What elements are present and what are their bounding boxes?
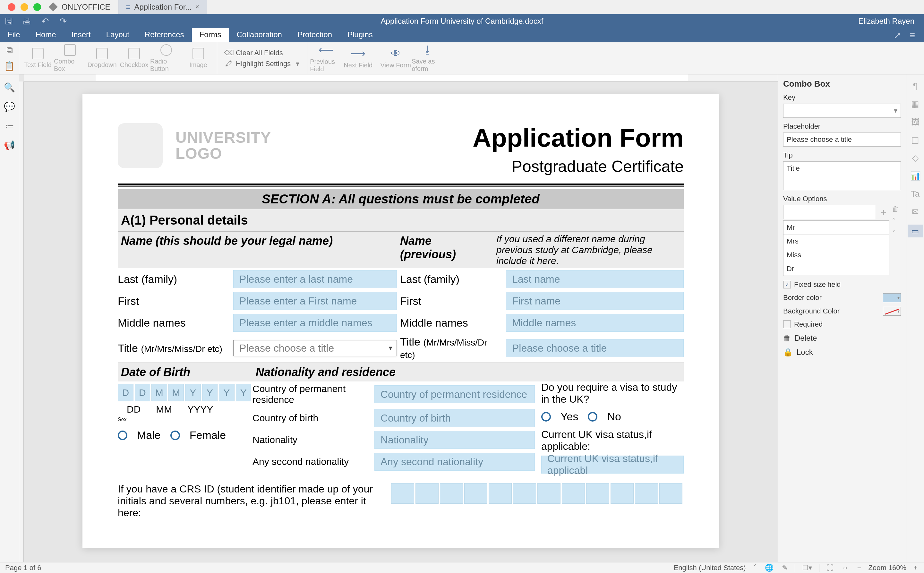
menu-protection[interactable]: Protection bbox=[290, 27, 340, 42]
input-nationality[interactable]: Nationality bbox=[374, 431, 535, 449]
zoom-out-button[interactable]: − bbox=[856, 564, 863, 572]
zoom-level[interactable]: Zoom 160% bbox=[869, 564, 907, 572]
radio-female[interactable] bbox=[171, 431, 180, 440]
crs-box-2[interactable] bbox=[415, 483, 439, 504]
previous-field-button[interactable]: ⟵Previous Field bbox=[310, 44, 342, 73]
crs-box-5[interactable] bbox=[489, 483, 512, 504]
radio-visa-yes[interactable] bbox=[541, 412, 551, 421]
menu-layout[interactable]: Layout bbox=[99, 27, 137, 42]
spellcheck-icon[interactable]: 🌐 bbox=[764, 564, 775, 572]
crs-box-12[interactable] bbox=[659, 483, 683, 504]
menu-forms[interactable]: Forms bbox=[192, 27, 229, 42]
radio-button-button[interactable]: Radio Button bbox=[150, 44, 182, 72]
open-location-icon[interactable]: ⤢ bbox=[890, 28, 905, 42]
form-settings-icon[interactable]: ▭ bbox=[908, 225, 923, 237]
dob-d1[interactable]: D bbox=[118, 384, 133, 401]
clear-all-fields-button[interactable]: ⌫Clear All Fields bbox=[225, 49, 299, 57]
combo-box-button[interactable]: Combo Box bbox=[54, 44, 86, 72]
view-form-button[interactable]: 👁View Form bbox=[379, 48, 412, 69]
panel-tip-input[interactable]: Title bbox=[783, 161, 901, 190]
crs-box-4[interactable] bbox=[464, 483, 487, 504]
dob-y1[interactable]: Y bbox=[185, 384, 201, 401]
menu-home[interactable]: Home bbox=[28, 27, 64, 42]
dob-y2[interactable]: Y bbox=[202, 384, 218, 401]
fit-width-icon[interactable]: ↔ bbox=[841, 564, 850, 572]
crs-box-6[interactable] bbox=[513, 483, 536, 504]
input-middle-names[interactable]: Please enter a middle names bbox=[233, 314, 397, 332]
input-first-name-prev[interactable]: First name bbox=[506, 292, 684, 310]
border-color-swatch[interactable]: ▾ bbox=[883, 293, 901, 302]
header-footer-icon[interactable]: ◫ bbox=[910, 135, 921, 145]
menu-collaboration[interactable]: Collaboration bbox=[229, 27, 290, 42]
collapse-ribbon-icon[interactable]: ≡ bbox=[905, 28, 920, 42]
next-field-button[interactable]: ⟶Next Field bbox=[342, 47, 374, 69]
close-tab-button[interactable]: × bbox=[196, 3, 199, 11]
dropdown-button[interactable]: Dropdown bbox=[86, 48, 118, 69]
headings-icon[interactable]: ≔ bbox=[5, 121, 15, 131]
input-visa-status[interactable]: Current UK visa status,if applicabl bbox=[541, 456, 684, 474]
menu-plugins[interactable]: Plugins bbox=[340, 27, 381, 42]
print-button[interactable]: 🖶 bbox=[18, 14, 36, 28]
fit-page-icon[interactable]: ⛶ bbox=[825, 564, 835, 572]
background-color-swatch[interactable]: ▾ bbox=[883, 307, 901, 316]
image-settings-icon[interactable]: 🖼 bbox=[910, 117, 921, 127]
paste-icon[interactable]: 📋 bbox=[0, 58, 19, 74]
menu-file[interactable]: File bbox=[0, 27, 28, 42]
image-button[interactable]: Image bbox=[182, 48, 214, 69]
crs-box-7[interactable] bbox=[537, 483, 561, 504]
input-country-birth[interactable]: Country of birth bbox=[374, 409, 535, 427]
track-changes-icon[interactable]: ✎ bbox=[781, 564, 789, 572]
combo-title-prev[interactable]: Please choose a title bbox=[506, 339, 684, 357]
input-country-perm[interactable]: Country of permanent residence bbox=[374, 385, 535, 403]
radio-male[interactable] bbox=[118, 431, 127, 440]
comments-icon[interactable]: 💬 bbox=[5, 102, 15, 112]
crs-box-10[interactable] bbox=[611, 483, 634, 504]
text-art-icon[interactable]: Ta bbox=[910, 189, 921, 199]
save-button[interactable]: 🖫 bbox=[0, 14, 18, 28]
mail-merge-icon[interactable]: ✉ bbox=[910, 207, 921, 217]
chart-settings-icon[interactable]: 📊 bbox=[910, 171, 921, 181]
save-as-oform-button[interactable]: ⭳Save as oform bbox=[412, 44, 444, 72]
crs-box-8[interactable] bbox=[562, 483, 585, 504]
dob-y3[interactable]: Y bbox=[219, 384, 235, 401]
checkbox-button[interactable]: Checkbox bbox=[118, 48, 150, 69]
delete-field-button[interactable]: 🗑Delete bbox=[783, 333, 901, 343]
option-mr[interactable]: Mr bbox=[783, 221, 889, 235]
combo-title[interactable]: Please choose a title▼ bbox=[233, 340, 397, 356]
input-last-name[interactable]: Please enter a last name bbox=[233, 270, 397, 288]
minimize-window-button[interactable] bbox=[20, 3, 28, 11]
lock-field-button[interactable]: 🔒Lock bbox=[783, 348, 901, 357]
page-indicator[interactable]: Page 1 of 6 bbox=[5, 564, 41, 572]
app-tab-document[interactable]: ≡ Application For... × bbox=[118, 0, 207, 14]
table-settings-icon[interactable]: ▦ bbox=[910, 99, 921, 109]
option-mrs[interactable]: Mrs bbox=[783, 235, 889, 248]
paragraph-settings-icon[interactable]: ¶ bbox=[910, 81, 921, 91]
current-user-name[interactable]: Elizabeth Rayen bbox=[858, 17, 924, 26]
crs-box-3[interactable] bbox=[440, 483, 463, 504]
input-last-name-prev[interactable]: Last name bbox=[506, 270, 684, 288]
dob-m2[interactable]: M bbox=[168, 384, 184, 401]
input-middle-names-prev[interactable]: Middle names bbox=[506, 314, 684, 332]
required-checkbox[interactable]: Required bbox=[783, 320, 901, 329]
add-option-button[interactable]: ＋ bbox=[878, 206, 890, 218]
move-down-icon[interactable]: ˅ bbox=[892, 229, 901, 238]
document-canvas[interactable]: UNIVERSITY LOGO Application Form Postgra… bbox=[24, 81, 778, 562]
app-tab-onlyoffice[interactable]: ONLYOFFICE bbox=[41, 0, 118, 14]
undo-button[interactable]: ↶ bbox=[36, 14, 54, 28]
redo-button[interactable]: ↷ bbox=[54, 14, 72, 28]
panel-add-option-input[interactable] bbox=[783, 205, 875, 219]
dob-y4[interactable]: Y bbox=[236, 384, 252, 401]
crs-box-1[interactable] bbox=[391, 483, 414, 504]
crs-box-11[interactable] bbox=[635, 483, 658, 504]
close-window-button[interactable] bbox=[8, 3, 16, 11]
delete-option-icon[interactable]: 🗑 bbox=[892, 205, 901, 214]
panel-key-input[interactable]: ▾ bbox=[783, 103, 901, 118]
menu-insert[interactable]: Insert bbox=[64, 27, 99, 42]
option-miss[interactable]: Miss bbox=[783, 248, 889, 262]
dob-d2[interactable]: D bbox=[135, 384, 150, 401]
radio-visa-no[interactable] bbox=[588, 412, 597, 421]
input-first-name[interactable]: Please enter a First name bbox=[233, 292, 397, 310]
panel-placeholder-input[interactable]: Please choose a title bbox=[783, 133, 901, 147]
shape-settings-icon[interactable]: ◇ bbox=[910, 153, 921, 163]
vertical-ruler[interactable] bbox=[19, 81, 24, 562]
